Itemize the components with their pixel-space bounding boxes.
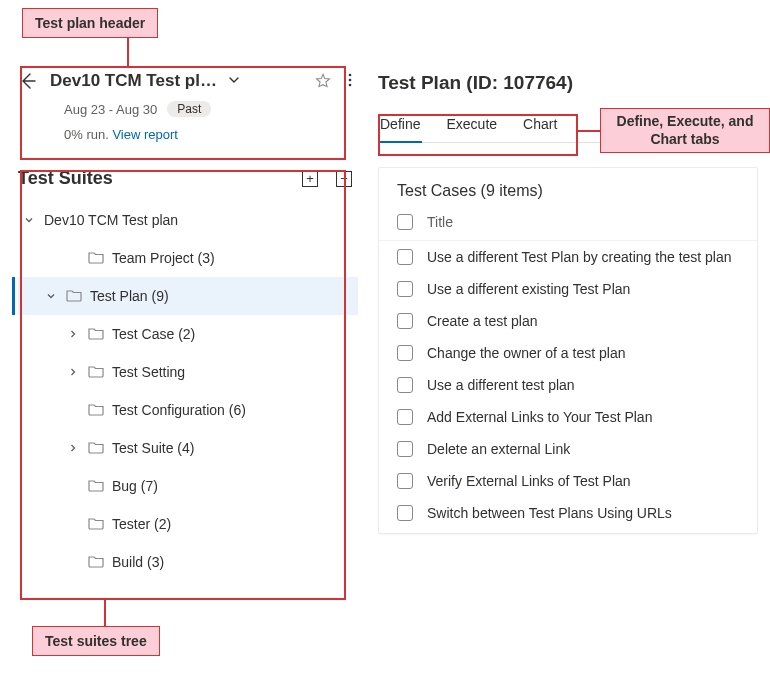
case-title: Create a test plan	[427, 313, 538, 329]
row-checkbox[interactable]	[397, 249, 413, 265]
test-cases-card: Test Cases (9 items) Title Use a differe…	[378, 167, 758, 534]
folder-icon	[88, 554, 104, 571]
case-title: Change the owner of a test plan	[427, 345, 625, 361]
tree-row[interactable]: Dev10 TCM Test plan	[18, 201, 358, 239]
suite-tree: Dev10 TCM Test planTeam Project (3)Test …	[18, 201, 358, 581]
collapse-all-button[interactable]: −	[336, 171, 352, 187]
folder-icon	[88, 364, 104, 381]
caret-icon[interactable]	[44, 290, 58, 302]
case-title: Use a different test plan	[427, 377, 575, 393]
left-panel: Dev10 TCM Test pl… Aug 23 - Aug 30 Past …	[18, 63, 358, 581]
row-checkbox[interactable]	[397, 345, 413, 361]
select-all-checkbox[interactable]	[397, 214, 413, 230]
case-title: Switch between Test Plans Using URLs	[427, 505, 672, 521]
case-title: Delete an external Link	[427, 441, 570, 457]
tree-row[interactable]: Test Suite (4)	[18, 429, 358, 467]
table-row[interactable]: Verify External Links of Test Plan	[379, 465, 757, 497]
tree-row[interactable]: Build (3)	[18, 543, 358, 581]
tab-define[interactable]: Define	[378, 108, 422, 142]
row-checkbox[interactable]	[397, 377, 413, 393]
chevron-down-icon[interactable]	[227, 73, 241, 90]
caret-icon[interactable]	[66, 328, 80, 340]
suites-title: Test Suites	[18, 168, 113, 189]
row-checkbox[interactable]	[397, 313, 413, 329]
plan-title[interactable]: Dev10 TCM Test pl…	[46, 71, 217, 91]
table-row[interactable]: Use a different Test Plan by creating th…	[379, 241, 757, 273]
expand-all-button[interactable]: +	[302, 171, 318, 187]
annotation-header: Test plan header	[22, 8, 158, 38]
annotation-line	[127, 38, 129, 66]
row-checkbox[interactable]	[397, 505, 413, 521]
column-header-title[interactable]: Title	[427, 214, 453, 230]
test-cases-title: Test Cases (9 items)	[379, 182, 757, 210]
folder-icon	[66, 288, 82, 305]
table-row[interactable]: Delete an external Link	[379, 433, 757, 465]
tree-label: Test Setting	[112, 364, 185, 380]
table-row[interactable]: Create a test plan	[379, 305, 757, 337]
folder-icon	[88, 402, 104, 419]
table-row[interactable]: Add External Links to Your Test Plan	[379, 401, 757, 433]
table-row[interactable]: Use a different existing Test Plan	[379, 273, 757, 305]
folder-icon	[88, 326, 104, 343]
plan-header: Dev10 TCM Test pl… Aug 23 - Aug 30 Past …	[18, 63, 358, 154]
case-title: Verify External Links of Test Plan	[427, 473, 631, 489]
tab-execute[interactable]: Execute	[444, 108, 499, 142]
tree-label: Test Configuration (6)	[112, 402, 246, 418]
row-checkbox[interactable]	[397, 441, 413, 457]
tree-label: Build (3)	[112, 554, 164, 570]
case-title: Use a different existing Test Plan	[427, 281, 630, 297]
plan-date-range: Aug 23 - Aug 30	[64, 102, 157, 117]
page-title: Test Plan (ID: 107764)	[378, 72, 758, 94]
tree-row[interactable]: Bug (7)	[18, 467, 358, 505]
table-row[interactable]: Switch between Test Plans Using URLs	[379, 497, 757, 529]
suites-section: Test Suites + − Dev10 TCM Test planTeam …	[18, 168, 358, 581]
tree-row[interactable]: Test Plan (9)	[18, 277, 358, 315]
view-report-link[interactable]: View report	[112, 127, 178, 142]
folder-icon	[88, 478, 104, 495]
caret-icon[interactable]	[66, 366, 80, 378]
svg-point-1	[349, 78, 352, 81]
tree-label: Test Plan (9)	[90, 288, 169, 304]
folder-icon	[88, 250, 104, 267]
caret-icon[interactable]	[66, 442, 80, 454]
plan-progress-text: 0% run.	[64, 127, 109, 142]
annotation-tree: Test suites tree	[32, 626, 160, 656]
annotation-line	[578, 130, 600, 132]
back-icon[interactable]	[18, 71, 38, 91]
tree-label: Bug (7)	[112, 478, 158, 494]
folder-icon	[88, 440, 104, 457]
tree-label: Test Case (2)	[112, 326, 195, 342]
tree-row[interactable]: Team Project (3)	[18, 239, 358, 277]
table-header-row: Title	[379, 210, 757, 241]
tree-row[interactable]: Test Setting	[18, 353, 358, 391]
table-row[interactable]: Use a different test plan	[379, 369, 757, 401]
caret-icon[interactable]	[22, 214, 36, 226]
svg-point-0	[349, 73, 352, 76]
past-badge: Past	[167, 101, 211, 117]
row-checkbox[interactable]	[397, 409, 413, 425]
tree-row[interactable]: Test Configuration (6)	[18, 391, 358, 429]
row-checkbox[interactable]	[397, 281, 413, 297]
tree-row[interactable]: Test Case (2)	[18, 315, 358, 353]
annotation-line	[104, 600, 106, 626]
tab-chart[interactable]: Chart	[521, 108, 559, 142]
annotation-tabs: Define, Execute, and Chart tabs	[600, 108, 770, 153]
more-icon[interactable]	[342, 72, 358, 91]
row-checkbox[interactable]	[397, 473, 413, 489]
folder-icon	[88, 516, 104, 533]
table-row[interactable]: Change the owner of a test plan	[379, 337, 757, 369]
case-title: Add External Links to Your Test Plan	[427, 409, 652, 425]
tree-label: Tester (2)	[112, 516, 171, 532]
tree-label: Team Project (3)	[112, 250, 215, 266]
tree-label: Test Suite (4)	[112, 440, 194, 456]
favorite-icon[interactable]	[314, 72, 332, 90]
tree-label: Dev10 TCM Test plan	[44, 212, 178, 228]
case-title: Use a different Test Plan by creating th…	[427, 249, 732, 265]
tree-row[interactable]: Tester (2)	[18, 505, 358, 543]
svg-point-2	[349, 83, 352, 86]
